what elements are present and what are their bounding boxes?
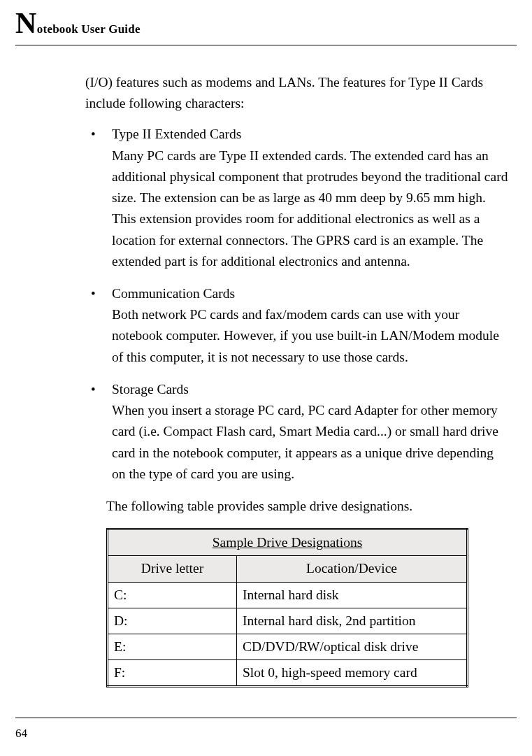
table-row: E: CD/DVD/RW/optical disk drive bbox=[108, 634, 468, 660]
table-row: C: Internal hard disk bbox=[108, 582, 468, 608]
bullet-title: Communication Cards bbox=[112, 286, 235, 301]
page-content: (I/O) features such as modems and LANs. … bbox=[15, 72, 517, 687]
table-cell-letter: F: bbox=[108, 660, 237, 687]
bullet-body: Many PC cards are Type II extended cards… bbox=[112, 148, 508, 269]
table-row: D: Internal hard disk, 2nd partition bbox=[108, 608, 468, 634]
table-container: Sample Drive Designations Drive letter L… bbox=[85, 528, 508, 687]
bullet-body: When you insert a storage PC card, PC ca… bbox=[112, 403, 498, 481]
table-cell-location: Internal hard disk bbox=[237, 582, 468, 608]
bullet-title: Type II Extended Cards bbox=[112, 127, 241, 141]
bullet-body: Both network PC cards and fax/modem card… bbox=[112, 307, 499, 364]
table-cell-location: CD/DVD/RW/optical disk drive bbox=[237, 634, 468, 660]
header-bigletter: N bbox=[15, 8, 37, 38]
bullet-title: Storage Cards bbox=[112, 382, 189, 397]
bullet-list: Type II Extended Cards Many PC cards are… bbox=[85, 124, 508, 485]
table-row: F: Slot 0, high-speed memory card bbox=[108, 660, 468, 687]
table-cell-letter: D: bbox=[108, 608, 237, 634]
table-title-row: Sample Drive Designations bbox=[108, 529, 468, 556]
list-item: Storage Cards When you insert a storage … bbox=[85, 379, 508, 485]
table-header-drive-letter: Drive letter bbox=[108, 556, 237, 582]
intro-paragraph: (I/O) features such as modems and LANs. … bbox=[85, 72, 508, 114]
table-header-location: Location/Device bbox=[237, 556, 468, 582]
table-cell-location: Slot 0, high-speed memory card bbox=[237, 660, 468, 687]
table-cell-letter: E: bbox=[108, 634, 237, 660]
table-cell-location: Internal hard disk, 2nd partition bbox=[237, 608, 468, 634]
list-item: Type II Extended Cards Many PC cards are… bbox=[85, 124, 508, 272]
list-item: Communication Cards Both network PC card… bbox=[85, 283, 508, 368]
footer-divider bbox=[15, 718, 517, 718]
table-intro: The following table provides sample driv… bbox=[85, 496, 508, 517]
table-title-cell: Sample Drive Designations bbox=[108, 529, 468, 556]
header-title-rest: otebook User Guide bbox=[37, 22, 141, 36]
table-cell-letter: C: bbox=[108, 582, 237, 608]
drive-designations-table: Sample Drive Designations Drive letter L… bbox=[106, 528, 468, 687]
page-number: 64 bbox=[15, 727, 27, 741]
page-header: Notebook User Guide bbox=[15, 8, 517, 45]
table-header-row: Drive letter Location/Device bbox=[108, 556, 468, 582]
